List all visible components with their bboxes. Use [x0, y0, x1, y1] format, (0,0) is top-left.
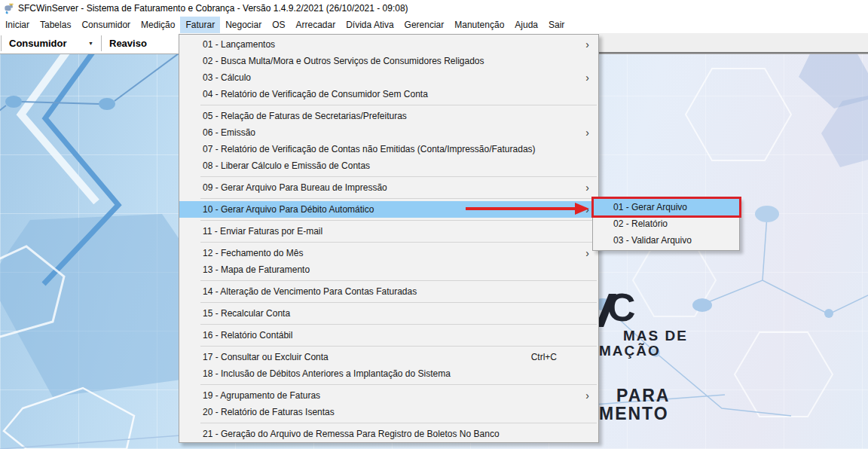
menu-item-label: 10 - Gerar Arquivo Para Débito Automátic… [203, 204, 374, 215]
menu-item-label: 13 - Mapa de Faturamento [203, 264, 310, 275]
menu-item[interactable]: 06 - Emissão› [179, 124, 598, 141]
menubar-item-os[interactable]: OS [267, 17, 290, 33]
menu-item[interactable]: 15 - Recalcular Conta [179, 305, 598, 322]
menu-item[interactable]: 16 - Relatório Contábil [179, 327, 598, 344]
menubar: IniciarTabelasConsumidorMediçãoFaturarNe… [0, 17, 868, 33]
menu-separator [200, 324, 597, 325]
toolbar-separator [101, 35, 102, 51]
menu-item-label: 01 - Lançamentos [203, 39, 275, 50]
menu-item-label: 20 - Relatório de Faturas Isentas [203, 407, 335, 417]
menu-item[interactable]: 08 - Liberar Cálculo e Emissão de Contas [179, 157, 598, 174]
menu-item-label: 16 - Relatório Contábil [203, 330, 292, 341]
menu-item-shortcut: Ctrl+C [531, 352, 557, 362]
caret-down-icon: ▼ [88, 41, 93, 46]
consumidor-dropdown[interactable]: Consumidor ▼ [2, 33, 100, 53]
app-window: SFCWinServer - Sistema de Faturamento e … [0, 0, 868, 449]
submenu-arrow-icon: › [585, 72, 589, 83]
menu-item-label: 04 - Relatório de Verificação de Consumi… [203, 89, 428, 99]
menubar-item-arrecadar[interactable]: Arrecadar [291, 17, 341, 33]
menu-separator [200, 220, 597, 221]
menu-item[interactable]: 02 - Busca Multa/Mora e Outros Serviços … [179, 53, 598, 69]
submenu-arrow-icon: › [585, 204, 589, 215]
menu-separator [200, 423, 597, 423]
menu-item[interactable]: 13 - Mapa de Faturamento [179, 261, 598, 278]
menu-item[interactable]: 10 - Gerar Arquivo Para Débito Automátic… [179, 201, 598, 218]
menu-item[interactable]: 14 - Alteração de Vencimento Para Contas… [179, 283, 598, 300]
submenu-arrow-icon: › [585, 248, 589, 258]
menu-item[interactable]: 05 - Relação de Faturas de Secretarias/P… [179, 108, 598, 124]
menu-item-label: 09 - Gerar Arquivo Para Bureau de Impres… [203, 182, 387, 193]
submenu-item[interactable]: 03 - Validar Arquivo [593, 232, 739, 249]
menu-item-label: 17 - Consultar ou Excluir Conta [203, 352, 329, 362]
menu-item-label: 07 - Relatório de Verificação de Contas … [203, 144, 536, 154]
submenu-arrow-icon: › [585, 390, 589, 401]
menu-item-label: 05 - Relação de Faturas de Secretarias/P… [203, 111, 407, 121]
menu-separator [200, 176, 597, 177]
menu-item-label: 03 - Cálculo [203, 72, 251, 83]
menu-separator [200, 105, 597, 105]
menubar-item-manutencao[interactable]: Manutenção [449, 17, 509, 33]
submenu-item-label: 02 - Relatório [613, 218, 668, 229]
menu-item[interactable]: 07 - Relatório de Verificação de Contas … [179, 141, 598, 157]
menu-item-label: 02 - Busca Multa/Mora e Outros Serviços … [203, 56, 484, 66]
menu-item[interactable]: 20 - Relatório de Faturas Isentas [179, 404, 598, 420]
submenu-item-label: 03 - Validar Arquivo [613, 235, 692, 246]
window-title: SFCWinServer - Sistema de Faturamento e … [18, 3, 408, 14]
submenu-arrow-icon: › [585, 39, 589, 50]
menubar-item-iniciar[interactable]: Iniciar [0, 17, 35, 33]
faucet-app-icon [3, 3, 14, 14]
menubar-item-gerenciar[interactable]: Gerenciar [399, 17, 450, 33]
faturar-menu-popup: 01 - Lançamentos›02 - Busca Multa/Mora e… [179, 34, 599, 443]
menu-item-label: 12 - Fechamento do Mês [203, 248, 303, 258]
menubar-item-consumidor[interactable]: Consumidor [76, 17, 136, 33]
menu-item-label: 11 - Enviar Faturas por E-mail [203, 226, 322, 237]
toolbar-right-panel [599, 33, 868, 53]
menubar-item-divida-ativa[interactable]: Dívida Ativa [341, 17, 399, 33]
menu-item[interactable]: 21 - Geração do Arquivo de Remessa Para … [179, 426, 598, 442]
annotation-red-box [591, 197, 741, 218]
menu-item-label: 19 - Agrupamento de Faturas [203, 390, 320, 401]
titlebar: SFCWinServer - Sistema de Faturamento e … [0, 0, 868, 17]
menubar-item-medicao[interactable]: Medição [136, 17, 180, 33]
menu-item[interactable]: 18 - Inclusão de Débitos Anteriores a Im… [179, 365, 598, 382]
menu-item-label: 15 - Recalcular Conta [203, 308, 290, 319]
toolbar-separator [1, 35, 2, 51]
menubar-item-ajuda[interactable]: Ajuda [509, 17, 543, 33]
menu-item[interactable]: 19 - Agrupamento de Faturas› [179, 387, 598, 404]
submenu-item[interactable]: 02 - Relatório [593, 215, 739, 232]
menu-item[interactable]: 09 - Gerar Arquivo Para Bureau de Impres… [179, 179, 598, 196]
menu-item-label: 21 - Geração do Arquivo de Remessa Para … [203, 429, 500, 439]
menu-separator [200, 346, 597, 347]
menu-item[interactable]: 01 - Lançamentos› [179, 36, 598, 53]
menu-item-label: 08 - Liberar Cálculo e Emissão de Contas [203, 160, 370, 171]
menu-separator [200, 384, 597, 385]
menu-item[interactable]: 17 - Consultar ou Excluir ContaCtrl+C [179, 349, 598, 365]
menu-item[interactable]: 03 - Cálculo› [179, 69, 598, 86]
reaviso-dropdown-label: Reaviso [109, 38, 147, 49]
menu-item-label: 14 - Alteração de Vencimento Para Contas… [203, 286, 417, 297]
menu-item[interactable]: 12 - Fechamento do Mês› [179, 245, 598, 261]
menu-separator [200, 280, 597, 281]
menubar-item-sair[interactable]: Sair [543, 17, 570, 33]
menu-separator [200, 198, 597, 199]
consumidor-dropdown-label: Consumidor [9, 38, 67, 49]
submenu-arrow-icon: › [585, 182, 589, 193]
menubar-item-tabelas[interactable]: Tabelas [35, 17, 76, 33]
menu-item-label: 06 - Emissão [203, 127, 255, 138]
menu-separator [200, 302, 597, 303]
menu-item[interactable]: 04 - Relatório de Verificação de Consumi… [179, 86, 598, 102]
menubar-item-negociar[interactable]: Negociar [220, 17, 267, 33]
menubar-item-faturar[interactable]: Faturar [180, 17, 220, 33]
menu-separator [200, 242, 597, 243]
menu-item[interactable]: 11 - Enviar Faturas por E-mail [179, 223, 598, 240]
menu-item-label: 18 - Inclusão de Débitos Anteriores a Im… [203, 368, 451, 379]
submenu-arrow-icon: › [585, 127, 589, 138]
